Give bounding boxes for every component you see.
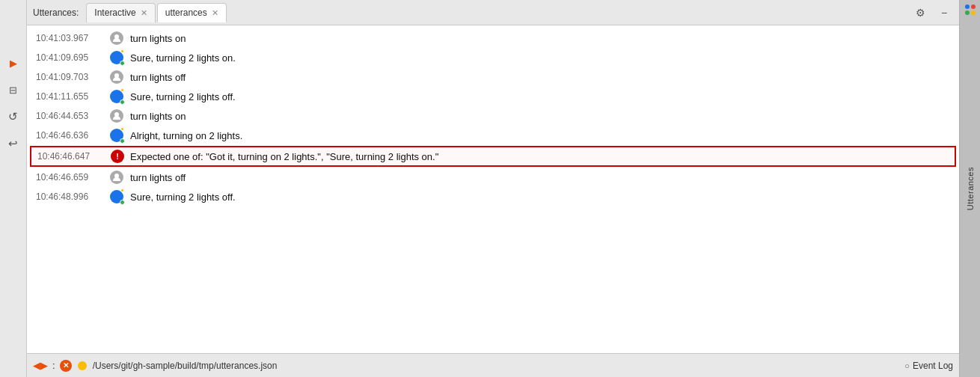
table-row: 10:46:46.659 turn lights off bbox=[27, 168, 959, 187]
user-avatar bbox=[110, 109, 123, 123]
timestamp: 10:46:44.653 bbox=[36, 111, 103, 121]
avatar bbox=[109, 128, 124, 143]
tab-utterances-close[interactable]: ✕ bbox=[212, 9, 218, 17]
error-x-icon: ✕ bbox=[60, 360, 72, 372]
timestamp: 10:41:11.655 bbox=[36, 91, 103, 102]
avatar bbox=[109, 70, 124, 85]
right-sidebar: Utterances bbox=[959, 0, 980, 377]
error-icon: ! bbox=[111, 150, 124, 163]
user-avatar bbox=[110, 31, 123, 45]
event-log-label: Event Log bbox=[913, 361, 953, 371]
message-text: turn lights off bbox=[130, 72, 950, 83]
avatar bbox=[109, 31, 124, 46]
avatar bbox=[109, 50, 124, 65]
minimize-button[interactable]: − bbox=[935, 4, 953, 22]
timestamp: 10:41:09.703 bbox=[36, 72, 103, 82]
tab-interactive-label: Interactive bbox=[94, 7, 135, 18]
undo-button[interactable]: ↩ bbox=[3, 133, 24, 154]
table-row: 10:46:48.996 Sure, turning 2 lights off. bbox=[27, 187, 959, 206]
tab-utterances-label: utterances bbox=[165, 7, 207, 18]
message-text: Sure, turning 2 lights off. bbox=[130, 191, 950, 203]
timestamp: 10:46:46.636 bbox=[36, 130, 103, 141]
tabbar-label: Utterances: bbox=[33, 7, 79, 18]
table-row: 10:46:46.636 Alright, turning on 2 light… bbox=[27, 126, 959, 145]
user-avatar bbox=[110, 171, 123, 184]
user-avatar bbox=[110, 70, 123, 84]
refresh-button[interactable]: ↺ bbox=[3, 106, 24, 127]
tab-interactive-close[interactable]: ✕ bbox=[141, 9, 147, 17]
dot-green bbox=[965, 10, 970, 15]
bottom-bar: ◀▶ : ✕ /Users/git/gh-sample/build/tmp/ut… bbox=[27, 353, 959, 377]
timestamp: 10:46:46.647 bbox=[37, 151, 105, 162]
table-row: 10:46:44.653 turn lights on bbox=[27, 106, 959, 126]
play-icon: ▶ bbox=[10, 58, 17, 69]
dot-blue bbox=[965, 4, 970, 9]
main-content: Utterances: Interactive ✕ utterances ✕ ⚙… bbox=[27, 0, 959, 377]
play-small-icon: ◀▶ bbox=[33, 360, 48, 371]
dot-yellow bbox=[971, 10, 976, 15]
avatar bbox=[109, 89, 124, 104]
avatar bbox=[109, 108, 124, 123]
avatar bbox=[109, 170, 124, 185]
left-toolbar: ▶ ⊟ ↺ ↩ bbox=[0, 0, 27, 377]
table-row: 10:41:03.967 turn lights on bbox=[27, 28, 959, 48]
event-log-circle-icon: ○ bbox=[904, 361, 910, 370]
timestamp: 10:46:48.996 bbox=[36, 191, 103, 202]
colon-label: : bbox=[52, 360, 55, 371]
message-text: Sure, turning 2 lights on. bbox=[130, 52, 950, 64]
file-path: /Users/git/gh-sample/build/tmp/utterance… bbox=[93, 361, 278, 371]
list-button[interactable]: ⊟ bbox=[3, 79, 24, 100]
event-log-button[interactable]: ○ Event Log bbox=[904, 361, 953, 371]
message-text: turn lights on bbox=[130, 33, 950, 44]
utterances-list[interactable]: 10:41:03.967 turn lights on 10:41:09.695… bbox=[27, 25, 959, 353]
message-text: turn lights on bbox=[130, 111, 950, 122]
error-text: Expected one of: "Got it, turning on 2 l… bbox=[130, 151, 949, 162]
dot-red bbox=[971, 4, 976, 9]
timestamp: 10:41:09.695 bbox=[36, 52, 103, 63]
refresh-icon: ↺ bbox=[8, 110, 18, 123]
google-dots bbox=[965, 4, 976, 15]
toolbar-right: ⚙ − bbox=[911, 4, 953, 22]
right-sidebar-label: Utterances bbox=[966, 167, 975, 210]
settings-button[interactable]: ⚙ bbox=[911, 4, 929, 22]
message-text: turn lights off bbox=[130, 172, 950, 183]
tab-utterances[interactable]: utterances ✕ bbox=[157, 3, 227, 22]
play-button[interactable]: ▶ bbox=[3, 52, 24, 73]
avatar bbox=[109, 189, 124, 204]
tab-bar: Utterances: Interactive ✕ utterances ✕ ⚙… bbox=[27, 0, 959, 25]
list-icon: ⊟ bbox=[9, 85, 17, 96]
error-row: 10:46:46.647 ! Expected one of: "Got it,… bbox=[30, 146, 956, 167]
bottom-left-icons: ◀▶ : ✕ bbox=[33, 360, 72, 372]
file-dot-icon bbox=[78, 361, 87, 370]
timestamp: 10:46:46.659 bbox=[36, 172, 103, 183]
table-row: 10:41:09.695 Sure, turning 2 lights on. bbox=[27, 48, 959, 67]
minus-icon: − bbox=[941, 7, 947, 19]
tab-interactive[interactable]: Interactive ✕ bbox=[86, 3, 155, 22]
message-text: Sure, turning 2 lights off. bbox=[130, 91, 950, 102]
table-row: 10:41:11.655 Sure, turning 2 lights off. bbox=[27, 87, 959, 106]
gear-icon: ⚙ bbox=[916, 7, 925, 19]
table-row: 10:41:09.703 turn lights off bbox=[27, 67, 959, 87]
timestamp: 10:41:03.967 bbox=[36, 33, 103, 43]
undo-icon: ↩ bbox=[8, 137, 18, 150]
message-text: Alright, turning on 2 lights. bbox=[130, 130, 950, 141]
